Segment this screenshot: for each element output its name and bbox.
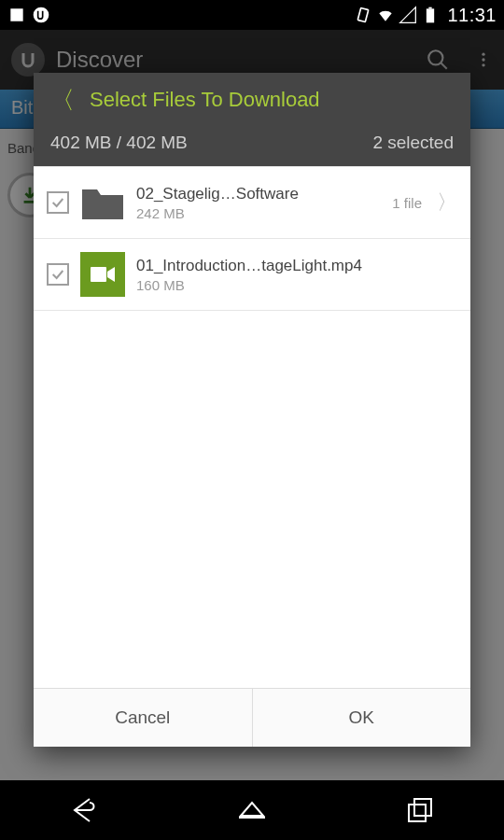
svg-point-7 (482, 58, 484, 61)
dialog-header: 〈 Select Files To Download 402 MB / 402 … (34, 73, 470, 166)
svg-rect-1 (358, 7, 370, 21)
nav-home-icon[interactable] (235, 793, 269, 827)
size-summary: 402 MB / 402 MB (50, 133, 188, 153)
file-name: 02_Stagelig…Software (136, 185, 381, 203)
app-title: Discover (56, 47, 143, 73)
svg-rect-12 (414, 799, 431, 816)
svg-rect-2 (427, 8, 434, 22)
app-logo-icon (11, 43, 45, 77)
file-size: 160 MB (136, 277, 461, 293)
selected-summary: 2 selected (372, 133, 454, 153)
svg-point-6 (482, 53, 484, 56)
search-icon[interactable] (426, 48, 450, 72)
ok-button[interactable]: OK (252, 689, 471, 747)
status-time: 11:31 (447, 5, 497, 26)
svg-rect-3 (429, 7, 432, 9)
battery-icon (421, 6, 440, 24)
navigation-bar (0, 780, 504, 840)
svg-line-5 (441, 63, 447, 69)
dialog-buttons: Cancel OK (34, 688, 470, 747)
svg-rect-11 (409, 805, 426, 821)
svg-rect-9 (91, 267, 106, 282)
file-count: 1 file (392, 195, 422, 211)
cancel-button[interactable]: Cancel (34, 689, 252, 747)
svg-point-0 (34, 7, 49, 23)
back-icon[interactable]: 〈 (50, 88, 75, 112)
signal-icon (399, 6, 417, 24)
svg-point-4 (428, 50, 442, 64)
checkbox[interactable] (47, 263, 69, 286)
file-name: 01_Introduction…tageLight.mp4 (136, 257, 461, 275)
checkbox[interactable] (47, 191, 69, 214)
image-notification-icon (7, 6, 26, 24)
file-row-folder[interactable]: 02_Stagelig…Software 242 MB 1 file 〉 (34, 166, 470, 239)
wifi-icon (376, 6, 395, 24)
video-icon (80, 252, 125, 297)
file-row-video[interactable]: 01_Introduction…tageLight.mp4 160 MB (34, 239, 470, 311)
svg-point-8 (482, 63, 484, 66)
chevron-right-icon[interactable]: 〉 (433, 189, 461, 217)
dialog-title: Select Files To Download (90, 88, 320, 112)
file-list: 02_Stagelig…Software 242 MB 1 file 〉 01_… (34, 166, 470, 688)
overflow-menu-icon[interactable] (474, 48, 493, 72)
file-size: 242 MB (136, 205, 381, 221)
nav-back-icon[interactable] (67, 793, 101, 827)
utorrent-notification-icon (32, 6, 50, 24)
status-bar: 11:31 (0, 0, 504, 30)
folder-icon (80, 180, 125, 225)
select-files-dialog: 〈 Select Files To Download 402 MB / 402 … (34, 73, 470, 747)
nav-recent-icon[interactable] (403, 793, 437, 827)
vibrate-icon (354, 6, 372, 24)
